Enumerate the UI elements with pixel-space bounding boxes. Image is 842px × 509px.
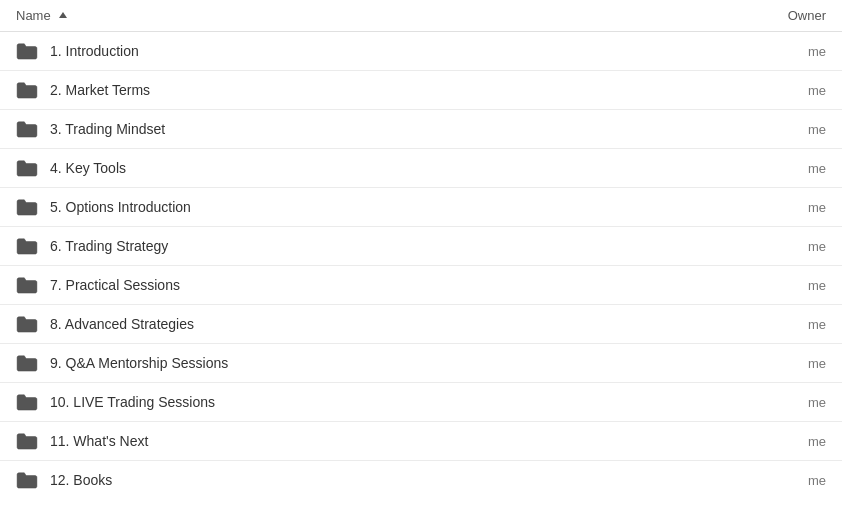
file-name: 8. Advanced Strategies bbox=[50, 316, 194, 332]
list-item[interactable]: 6. Trading Strategy me bbox=[0, 227, 842, 266]
sort-ascending-icon bbox=[57, 10, 69, 22]
list-item[interactable]: 8. Advanced Strategies me bbox=[0, 305, 842, 344]
name-column-label: Name bbox=[16, 8, 51, 23]
file-name: 10. LIVE Trading Sessions bbox=[50, 394, 215, 410]
file-info: 4. Key Tools bbox=[16, 159, 126, 177]
owner-value: me bbox=[808, 239, 826, 254]
list-item[interactable]: 12. Books me bbox=[0, 461, 842, 499]
owner-value: me bbox=[808, 122, 826, 137]
file-name: 11. What's Next bbox=[50, 433, 148, 449]
owner-value: me bbox=[808, 83, 826, 98]
file-rows: 1. Introduction me 2. Market Terms me bbox=[0, 32, 842, 499]
list-item[interactable]: 9. Q&A Mentorship Sessions me bbox=[0, 344, 842, 383]
file-info: 10. LIVE Trading Sessions bbox=[16, 393, 215, 411]
file-name: 7. Practical Sessions bbox=[50, 277, 180, 293]
file-info: 6. Trading Strategy bbox=[16, 237, 168, 255]
file-info: 2. Market Terms bbox=[16, 81, 150, 99]
list-item[interactable]: 5. Options Introduction me bbox=[0, 188, 842, 227]
owner-value: me bbox=[808, 473, 826, 488]
list-item[interactable]: 4. Key Tools me bbox=[0, 149, 842, 188]
folder-icon bbox=[16, 198, 38, 216]
file-name: 9. Q&A Mentorship Sessions bbox=[50, 355, 228, 371]
file-name: 12. Books bbox=[50, 472, 112, 488]
owner-value: me bbox=[808, 161, 826, 176]
folder-icon bbox=[16, 315, 38, 333]
folder-icon bbox=[16, 237, 38, 255]
file-list-container: Name Owner 1. Introduction me bbox=[0, 0, 842, 509]
file-name: 3. Trading Mindset bbox=[50, 121, 165, 137]
owner-value: me bbox=[808, 200, 826, 215]
owner-value: me bbox=[808, 278, 826, 293]
file-info: 8. Advanced Strategies bbox=[16, 315, 194, 333]
file-name: 2. Market Terms bbox=[50, 82, 150, 98]
file-info: 9. Q&A Mentorship Sessions bbox=[16, 354, 228, 372]
owner-column-label: Owner bbox=[788, 8, 826, 23]
list-item[interactable]: 7. Practical Sessions me bbox=[0, 266, 842, 305]
folder-icon bbox=[16, 471, 38, 489]
list-item[interactable]: 10. LIVE Trading Sessions me bbox=[0, 383, 842, 422]
file-name: 5. Options Introduction bbox=[50, 199, 191, 215]
table-header: Name Owner bbox=[0, 0, 842, 32]
file-name: 6. Trading Strategy bbox=[50, 238, 168, 254]
folder-icon bbox=[16, 354, 38, 372]
folder-icon bbox=[16, 81, 38, 99]
list-item[interactable]: 11. What's Next me bbox=[0, 422, 842, 461]
file-name: 1. Introduction bbox=[50, 43, 139, 59]
list-item[interactable]: 1. Introduction me bbox=[0, 32, 842, 71]
file-info: 5. Options Introduction bbox=[16, 198, 191, 216]
file-info: 11. What's Next bbox=[16, 432, 148, 450]
file-info: 3. Trading Mindset bbox=[16, 120, 165, 138]
folder-icon bbox=[16, 42, 38, 60]
owner-column-header: Owner bbox=[788, 8, 826, 23]
folder-icon bbox=[16, 120, 38, 138]
list-item[interactable]: 2. Market Terms me bbox=[0, 71, 842, 110]
owner-value: me bbox=[808, 356, 826, 371]
owner-value: me bbox=[808, 434, 826, 449]
owner-value: me bbox=[808, 395, 826, 410]
file-info: 1. Introduction bbox=[16, 42, 139, 60]
folder-icon bbox=[16, 276, 38, 294]
name-column-header[interactable]: Name bbox=[16, 8, 69, 23]
file-name: 4. Key Tools bbox=[50, 160, 126, 176]
list-item[interactable]: 3. Trading Mindset me bbox=[0, 110, 842, 149]
folder-icon bbox=[16, 159, 38, 177]
owner-value: me bbox=[808, 44, 826, 59]
owner-value: me bbox=[808, 317, 826, 332]
file-info: 7. Practical Sessions bbox=[16, 276, 180, 294]
folder-icon bbox=[16, 432, 38, 450]
file-info: 12. Books bbox=[16, 471, 112, 489]
folder-icon bbox=[16, 393, 38, 411]
